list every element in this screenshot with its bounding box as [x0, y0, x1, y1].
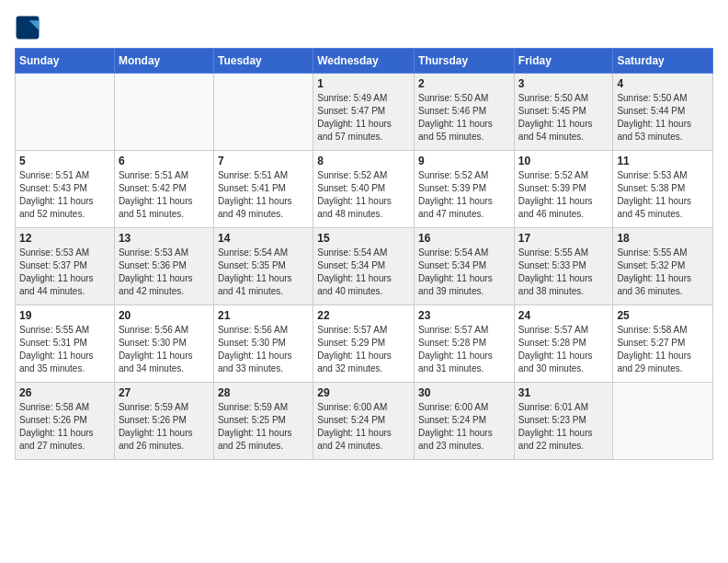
calendar-cell: 20Sunrise: 5:56 AM Sunset: 5:30 PM Dayli…: [114, 305, 213, 383]
day-number: 21: [218, 309, 309, 322]
day-info: Sunrise: 6:01 AM Sunset: 5:23 PM Dayligh…: [518, 401, 609, 453]
calendar-cell: 3Sunrise: 5:50 AM Sunset: 5:45 PM Daylig…: [514, 74, 613, 151]
day-number: 27: [119, 386, 210, 399]
calendar-cell: 16Sunrise: 5:54 AM Sunset: 5:34 PM Dayli…: [415, 228, 515, 305]
day-info: Sunrise: 5:55 AM Sunset: 5:33 PM Dayligh…: [518, 247, 609, 298]
day-info: Sunrise: 5:56 AM Sunset: 5:30 PM Dayligh…: [119, 324, 210, 375]
day-number: 2: [418, 77, 510, 90]
calendar-cell: 4Sunrise: 5:50 AM Sunset: 5:44 PM Daylig…: [613, 74, 713, 151]
calendar-cell: 7Sunrise: 5:51 AM Sunset: 5:41 PM Daylig…: [213, 151, 313, 228]
calendar-week-row: 19Sunrise: 5:55 AM Sunset: 5:31 PM Dayli…: [16, 305, 713, 383]
day-number: 11: [617, 155, 709, 167]
day-number: 20: [119, 309, 210, 322]
page-header: [15, 15, 713, 40]
calendar-week-row: 12Sunrise: 5:53 AM Sunset: 5:37 PM Dayli…: [16, 228, 713, 305]
calendar-cell: 10Sunrise: 5:52 AM Sunset: 5:39 PM Dayli…: [514, 151, 613, 228]
day-number: 3: [518, 77, 609, 90]
calendar-cell: 17Sunrise: 5:55 AM Sunset: 5:33 PM Dayli…: [514, 228, 613, 305]
day-info: Sunrise: 5:53 AM Sunset: 5:38 PM Dayligh…: [617, 169, 709, 221]
weekday-header: Wednesday: [313, 49, 415, 74]
calendar-cell: 25Sunrise: 5:58 AM Sunset: 5:27 PM Dayli…: [613, 305, 713, 383]
calendar-cell: 6Sunrise: 5:51 AM Sunset: 5:42 PM Daylig…: [114, 151, 213, 228]
calendar-cell: 11Sunrise: 5:53 AM Sunset: 5:38 PM Dayli…: [613, 151, 713, 228]
day-info: Sunrise: 5:55 AM Sunset: 5:31 PM Dayligh…: [19, 324, 110, 375]
calendar-cell: 30Sunrise: 6:00 AM Sunset: 5:24 PM Dayli…: [415, 383, 515, 460]
weekday-header: Sunday: [16, 49, 115, 74]
day-info: Sunrise: 5:58 AM Sunset: 5:27 PM Dayligh…: [617, 324, 709, 375]
weekday-header: Thursday: [415, 49, 515, 74]
day-number: 6: [119, 155, 210, 167]
day-info: Sunrise: 5:56 AM Sunset: 5:30 PM Dayligh…: [218, 324, 309, 375]
calendar-cell: 2Sunrise: 5:50 AM Sunset: 5:46 PM Daylig…: [415, 74, 515, 151]
day-number: 10: [518, 155, 609, 167]
day-number: 4: [617, 77, 709, 90]
day-number: 15: [317, 232, 410, 245]
calendar-cell: 27Sunrise: 5:59 AM Sunset: 5:26 PM Dayli…: [114, 383, 213, 460]
day-info: Sunrise: 5:52 AM Sunset: 5:39 PM Dayligh…: [518, 169, 609, 221]
calendar-cell: [613, 383, 713, 460]
day-number: 25: [617, 309, 709, 322]
day-number: 16: [418, 232, 510, 245]
calendar-cell: 15Sunrise: 5:54 AM Sunset: 5:34 PM Dayli…: [313, 228, 415, 305]
day-info: Sunrise: 5:58 AM Sunset: 5:26 PM Dayligh…: [19, 401, 110, 453]
calendar-week-row: 26Sunrise: 5:58 AM Sunset: 5:26 PM Dayli…: [16, 383, 713, 460]
day-info: Sunrise: 5:53 AM Sunset: 5:36 PM Dayligh…: [119, 247, 210, 298]
day-number: 5: [19, 155, 110, 167]
day-info: Sunrise: 6:00 AM Sunset: 5:24 PM Dayligh…: [317, 401, 410, 453]
day-number: 31: [518, 386, 609, 399]
calendar-cell: 26Sunrise: 5:58 AM Sunset: 5:26 PM Dayli…: [16, 383, 115, 460]
day-number: 8: [317, 155, 410, 167]
calendar-cell: 24Sunrise: 5:57 AM Sunset: 5:28 PM Dayli…: [514, 305, 613, 383]
day-info: Sunrise: 5:50 AM Sunset: 5:45 PM Dayligh…: [518, 92, 609, 144]
day-number: 18: [617, 232, 709, 245]
day-number: 14: [218, 232, 309, 245]
day-info: Sunrise: 5:50 AM Sunset: 5:44 PM Dayligh…: [617, 92, 709, 144]
calendar-cell: 23Sunrise: 5:57 AM Sunset: 5:28 PM Dayli…: [415, 305, 515, 383]
calendar-cell: 14Sunrise: 5:54 AM Sunset: 5:35 PM Dayli…: [213, 228, 313, 305]
calendar-cell: [213, 74, 313, 151]
day-info: Sunrise: 5:51 AM Sunset: 5:43 PM Dayligh…: [19, 169, 110, 221]
svg-rect-0: [17, 17, 40, 40]
calendar-cell: 21Sunrise: 5:56 AM Sunset: 5:30 PM Dayli…: [213, 305, 313, 383]
day-number: 28: [218, 386, 309, 399]
day-number: 9: [418, 155, 510, 167]
calendar-cell: 8Sunrise: 5:52 AM Sunset: 5:40 PM Daylig…: [313, 151, 415, 228]
day-info: Sunrise: 5:51 AM Sunset: 5:42 PM Dayligh…: [119, 169, 210, 221]
weekday-header: Monday: [114, 49, 213, 74]
weekday-header: Saturday: [613, 49, 713, 74]
day-info: Sunrise: 6:00 AM Sunset: 5:24 PM Dayligh…: [418, 401, 510, 453]
logo: [15, 15, 44, 40]
day-number: 13: [119, 232, 210, 245]
calendar-cell: 18Sunrise: 5:55 AM Sunset: 5:32 PM Dayli…: [613, 228, 713, 305]
day-number: 22: [317, 309, 410, 322]
day-info: Sunrise: 5:59 AM Sunset: 5:25 PM Dayligh…: [218, 401, 309, 453]
calendar-cell: 1Sunrise: 5:49 AM Sunset: 5:47 PM Daylig…: [313, 74, 415, 151]
day-number: 17: [518, 232, 609, 245]
day-info: Sunrise: 5:57 AM Sunset: 5:28 PM Dayligh…: [418, 324, 510, 375]
calendar-cell: [114, 74, 213, 151]
day-info: Sunrise: 5:59 AM Sunset: 5:26 PM Dayligh…: [119, 401, 210, 453]
day-info: Sunrise: 5:53 AM Sunset: 5:37 PM Dayligh…: [19, 247, 110, 298]
calendar-week-row: 5Sunrise: 5:51 AM Sunset: 5:43 PM Daylig…: [16, 151, 713, 228]
day-number: 23: [418, 309, 510, 322]
calendar-header: SundayMondayTuesdayWednesdayThursdayFrid…: [16, 49, 713, 74]
day-number: 29: [317, 386, 410, 399]
day-info: Sunrise: 5:54 AM Sunset: 5:34 PM Dayligh…: [418, 247, 510, 298]
weekday-header: Tuesday: [213, 49, 313, 74]
day-number: 1: [317, 77, 410, 90]
day-number: 19: [19, 309, 110, 322]
day-info: Sunrise: 5:49 AM Sunset: 5:47 PM Dayligh…: [317, 92, 410, 144]
calendar-cell: [16, 74, 115, 151]
day-number: 30: [418, 386, 510, 399]
day-info: Sunrise: 5:51 AM Sunset: 5:41 PM Dayligh…: [218, 169, 309, 221]
day-info: Sunrise: 5:57 AM Sunset: 5:29 PM Dayligh…: [317, 324, 410, 375]
calendar-week-row: 1Sunrise: 5:49 AM Sunset: 5:47 PM Daylig…: [16, 74, 713, 151]
day-info: Sunrise: 5:55 AM Sunset: 5:32 PM Dayligh…: [617, 247, 709, 298]
calendar-cell: 12Sunrise: 5:53 AM Sunset: 5:37 PM Dayli…: [16, 228, 115, 305]
calendar-cell: 9Sunrise: 5:52 AM Sunset: 5:39 PM Daylig…: [415, 151, 515, 228]
day-info: Sunrise: 5:54 AM Sunset: 5:35 PM Dayligh…: [218, 247, 309, 298]
logo-icon: [15, 15, 40, 40]
weekday-header: Friday: [514, 49, 613, 74]
header-row: SundayMondayTuesdayWednesdayThursdayFrid…: [16, 49, 713, 74]
day-number: 24: [518, 309, 609, 322]
